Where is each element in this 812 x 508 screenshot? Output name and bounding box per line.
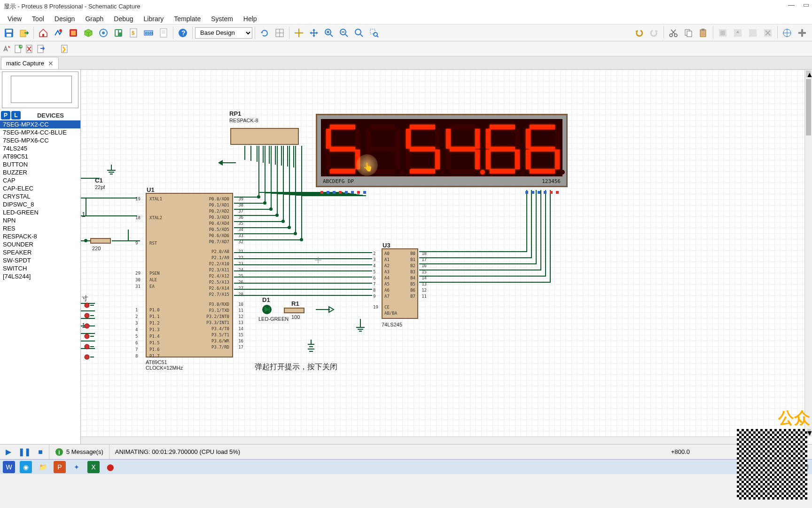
sim-stop-button[interactable]: ■ xyxy=(34,446,47,458)
device-item[interactable]: SOUNDER xyxy=(0,240,80,248)
help-icon[interactable]: ? xyxy=(176,26,190,40)
led-symbol[interactable] xyxy=(261,304,275,315)
switch[interactable] xyxy=(280,336,287,345)
device-item[interactable]: CAP xyxy=(0,176,80,184)
zoom-out-icon[interactable] xyxy=(337,26,351,40)
push-button[interactable] xyxy=(84,302,94,309)
menu-system[interactable]: System xyxy=(206,14,238,24)
device-item[interactable]: DIPSWC_8 xyxy=(0,200,80,208)
zoom-fit-icon[interactable] xyxy=(352,26,366,40)
menu-help[interactable]: Help xyxy=(239,14,262,24)
autoname-icon[interactable] xyxy=(2,44,12,54)
taskbar-word-icon[interactable]: W xyxy=(3,461,15,473)
taskbar-proteus-icon[interactable]: ✦ xyxy=(70,461,83,473)
device-item[interactable]: CRYSTAL xyxy=(0,192,80,200)
close-icon[interactable]: ✕ xyxy=(48,60,54,67)
taskbar-ppt-icon[interactable]: P xyxy=(54,461,66,473)
device-item[interactable]: 7SEG-MPX4-CC-BLUE xyxy=(0,128,80,136)
redo-icon[interactable] xyxy=(647,26,661,40)
device-item[interactable]: 7SEG-MPX2-CC xyxy=(0,120,80,128)
new-sheet-icon[interactable]: + xyxy=(13,44,23,54)
u3-body[interactable]: 2A03A14A25A36A47A58A69A719CEAB/BA18B017B… xyxy=(382,248,418,319)
maximize-button[interactable]: ▭ xyxy=(803,1,809,8)
minimize-button[interactable]: — xyxy=(788,1,795,8)
taskbar-record-icon[interactable]: ⬤ xyxy=(104,461,117,473)
zoom-in-icon[interactable] xyxy=(322,26,336,40)
pcb-icon[interactable] xyxy=(66,26,80,40)
taskbar-excel-icon[interactable]: X xyxy=(87,461,100,473)
push-button[interactable] xyxy=(84,312,94,319)
property-icon[interactable] xyxy=(795,26,809,40)
pick-icon[interactable] xyxy=(780,26,794,40)
menu-tool[interactable]: Tool xyxy=(27,14,49,24)
device-item[interactable]: CAP-ELEC xyxy=(0,184,80,192)
zoom-area-icon[interactable] xyxy=(367,26,381,40)
switch[interactable] xyxy=(272,336,278,345)
paste-icon[interactable] xyxy=(696,26,710,40)
menu-debug[interactable]: Debug xyxy=(109,14,138,24)
block-copy-icon[interactable] xyxy=(716,26,730,40)
save-icon[interactable] xyxy=(2,26,16,40)
device-item[interactable]: AT89C51 xyxy=(0,152,80,160)
block-rotate-icon[interactable] xyxy=(746,26,760,40)
devices-list[interactable]: 7SEG-MPX2-CC7SEG-MPX4-CC-BLUE7SEG-MPX6-C… xyxy=(0,120,80,444)
device-item[interactable]: RES xyxy=(0,224,80,232)
sim-pause-button[interactable]: ❚❚ xyxy=(18,446,31,458)
menu-library[interactable]: Library xyxy=(139,14,169,24)
3d-icon[interactable] xyxy=(81,26,95,40)
device-item[interactable]: SWITCH xyxy=(0,264,80,272)
cut-icon[interactable] xyxy=(666,26,680,40)
refresh-icon[interactable] xyxy=(258,26,272,40)
device-item[interactable]: SPEAKER xyxy=(0,248,80,256)
vscrollbar[interactable]: ▲▼ xyxy=(804,70,812,437)
bom-icon[interactable]: $ xyxy=(126,26,141,40)
notes-icon[interactable] xyxy=(156,26,171,40)
schematic-canvas[interactable]: ABCDEFG DP 123456 👆 RP1 RESPACK-8 C1 22p… xyxy=(81,70,812,444)
origin-icon[interactable] xyxy=(292,26,306,40)
device-item[interactable]: BUTTON xyxy=(0,160,80,168)
copy-icon[interactable] xyxy=(681,26,695,40)
device-item[interactable]: 74LS245 xyxy=(0,144,80,152)
menu-design[interactable]: Design xyxy=(50,14,80,24)
push-button[interactable] xyxy=(84,354,94,360)
switch[interactable] xyxy=(263,336,270,345)
menu-template[interactable]: Template xyxy=(169,14,205,24)
l-badge[interactable]: L xyxy=(11,111,21,119)
undo-icon[interactable] xyxy=(632,26,646,40)
device-item[interactable]: BUZZER xyxy=(0,168,80,176)
design-selector[interactable]: Base Design xyxy=(195,27,252,39)
device-item[interactable]: 7SEG-MPX6-CC xyxy=(0,136,80,144)
block-delete-icon[interactable] xyxy=(761,26,775,40)
u1-body[interactable]: 19XTAL118XTAL29RST29PSEN30ALE31EA1P1.02P… xyxy=(146,193,233,357)
pan-icon[interactable] xyxy=(307,26,321,40)
menu-view[interactable]: View xyxy=(3,14,26,24)
messages-status[interactable]: i 5 Message(s) xyxy=(49,444,109,459)
switch[interactable] xyxy=(255,336,261,345)
device-item[interactable]: LED-GREEN xyxy=(0,208,80,216)
device-item[interactable]: NPN xyxy=(0,216,80,224)
schematic-icon[interactable] xyxy=(51,26,65,40)
push-button[interactable] xyxy=(84,343,94,350)
sheet-preview[interactable] xyxy=(2,71,78,108)
source-icon[interactable]: 0101 xyxy=(141,26,156,40)
home-icon[interactable] xyxy=(36,26,50,40)
tab-schematic[interactable]: matic Capture ✕ xyxy=(1,57,59,69)
device-item[interactable]: [74LS244] xyxy=(0,272,80,280)
delete-sheet-icon[interactable] xyxy=(24,44,35,54)
r-rst-body[interactable] xyxy=(90,238,111,244)
hscrollbar[interactable] xyxy=(81,437,804,444)
exit-sheet-icon[interactable] xyxy=(36,44,46,54)
grid-icon[interactable] xyxy=(273,26,287,40)
p-badge[interactable]: P xyxy=(1,111,10,119)
generate-netlist-icon[interactable] xyxy=(59,44,70,54)
block-move-icon[interactable] xyxy=(731,26,745,40)
device-item[interactable]: SW-SPDT xyxy=(0,256,80,264)
close-project-icon[interactable] xyxy=(17,26,31,40)
taskbar-app-icon[interactable]: ◉ xyxy=(20,461,32,473)
menu-graph[interactable]: Graph xyxy=(80,14,108,24)
device-item[interactable]: RESPACK-8 xyxy=(0,232,80,240)
rp1-body[interactable] xyxy=(230,128,299,145)
push-button[interactable] xyxy=(84,333,94,340)
r1-body[interactable] xyxy=(284,308,304,313)
seven-seg-display[interactable]: ABCDEFG DP 123456 xyxy=(316,114,568,187)
